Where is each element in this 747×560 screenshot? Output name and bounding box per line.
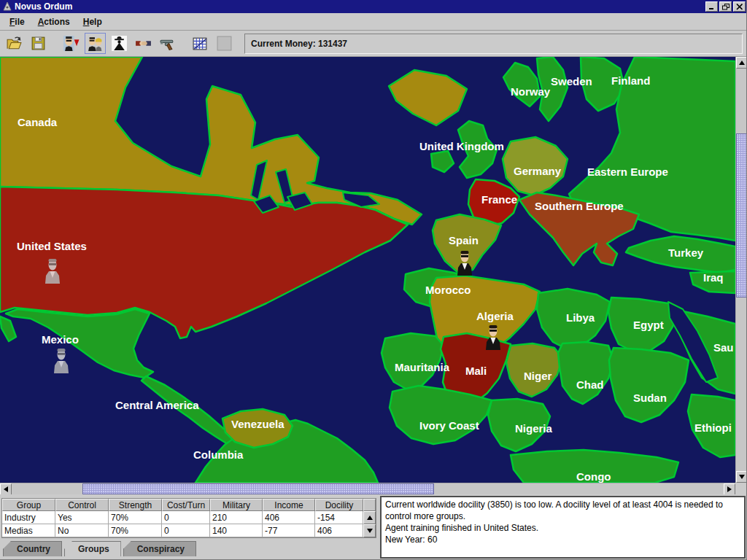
save-icon[interactable]	[28, 34, 48, 53]
map-label-congo: Congo	[576, 470, 611, 483]
column-header-cost-turn[interactable]: Cost/Turn	[162, 499, 210, 511]
column-header-docility[interactable]: Docility	[315, 499, 363, 511]
stats-grid-icon[interactable]	[190, 34, 210, 53]
table-cell-row0[interactable]: Industry	[2, 511, 55, 524]
menu-actions[interactable]: Actions	[31, 15, 77, 29]
map-label-nigeria: Nigeria	[515, 422, 553, 435]
scroll-right-button[interactable]	[724, 483, 735, 495]
tab-groups[interactable]: Groups	[64, 541, 121, 556]
column-header-military[interactable]: Military	[210, 499, 263, 511]
log-line: Agent training finished in United States…	[385, 522, 740, 534]
table-cell-row1[interactable]: 140	[210, 524, 263, 537]
title-bar[interactable]: Novus Ordum	[0, 0, 747, 13]
spy-icon[interactable]	[109, 34, 129, 53]
menu-bar: FileActionsHelp	[0, 13, 747, 31]
groups-panel: GroupControlStrengthCost/TurnMilitaryInc…	[0, 494, 377, 560]
map-label-morocco: Morocco	[425, 284, 471, 296]
map-label-mexico: Mexico	[42, 333, 79, 346]
table-cell-row0[interactable]: -154	[315, 511, 363, 524]
minimize-button[interactable]	[705, 1, 718, 12]
table-cell-row1[interactable]: -77	[263, 524, 315, 537]
table-scrollbar-cap	[363, 499, 376, 511]
table-cell-row1[interactable]: 0	[162, 524, 210, 537]
window-controls	[705, 1, 746, 12]
table-scroll-down-button[interactable]	[363, 524, 376, 537]
scrollbar-corner	[735, 483, 747, 494]
table-cell-row1[interactable]: 70%	[109, 524, 162, 537]
map-horizontal-scrollbar[interactable]	[0, 483, 735, 494]
map-label-norway: Norway	[511, 85, 551, 98]
map-label-algeria: Algeria	[476, 310, 514, 322]
table-cell-row0[interactable]: 70%	[109, 511, 162, 524]
agent-action-icon[interactable]	[61, 34, 81, 53]
map-label-southern-europe: Southern Europe	[535, 200, 624, 212]
map-label-central-america: Central America	[115, 399, 199, 411]
table-cell-row0[interactable]: 406	[263, 511, 315, 524]
map-label-ivory-coast: Ivory Coast	[419, 419, 479, 432]
table-cell-row1[interactable]: Medias	[2, 524, 55, 537]
map-label-canada: Canada	[18, 116, 58, 128]
menu-help[interactable]: Help	[77, 15, 109, 29]
map-label-sudan: Sudan	[633, 392, 667, 404]
app-icon	[2, 1, 12, 12]
table-scroll-up-button[interactable]	[363, 511, 376, 524]
menu-file[interactable]: File	[3, 15, 31, 29]
table-cell-row1[interactable]: No	[55, 524, 109, 537]
scroll-down-button[interactable]	[736, 471, 747, 483]
handshake-icon[interactable]	[133, 34, 153, 53]
restore-button[interactable]	[719, 1, 732, 12]
table-cell-row0[interactable]: Yes	[55, 511, 109, 524]
map-label-niger: Niger	[524, 370, 552, 382]
map-label-united-kingdom: United Kingdom	[419, 140, 504, 152]
groups-table-grid: GroupControlStrengthCost/TurnMilitaryInc…	[2, 499, 363, 537]
world-map[interactable]: CanadaUnited StatesMexicoCentral America…	[0, 57, 735, 483]
map-label-libya: Libya	[566, 311, 595, 324]
vertical-scroll-thumb[interactable]	[736, 133, 747, 298]
toolbar-buttons	[0, 34, 234, 53]
map-label-ethiopia: Ethiopi	[694, 421, 732, 434]
horizontal-scroll-thumb[interactable]	[82, 483, 434, 494]
map-label-chad: Chad	[576, 378, 604, 391]
map-vertical-scrollbar[interactable]	[735, 57, 747, 483]
map-label-eastern-europe: Eastern Europe	[587, 166, 668, 178]
window-title: Novus Ordum	[15, 0, 705, 13]
scroll-left-button[interactable]	[0, 483, 12, 495]
map-label-columbia: Columbia	[193, 448, 244, 461]
tab-country[interactable]: Country	[3, 541, 62, 556]
table-cell-row1[interactable]: 406	[315, 524, 363, 537]
log-line: New Year: 60	[385, 534, 740, 545]
column-header-strength[interactable]: Strength	[109, 499, 162, 511]
log-line: control more groups.	[385, 510, 740, 522]
map-label-turkey: Turkey	[668, 246, 704, 259]
map-label-spain: Spain	[449, 234, 479, 246]
map-label-sweden: Sweden	[551, 75, 592, 88]
map-label-united-states: United States	[17, 240, 87, 252]
column-header-income[interactable]: Income	[263, 499, 315, 511]
open-icon[interactable]	[4, 34, 24, 53]
tab-conspiracy[interactable]: Conspiracy	[123, 541, 196, 556]
close-button[interactable]	[733, 1, 746, 12]
table-cell-row0[interactable]: 210	[210, 511, 263, 524]
agents-icon[interactable]	[85, 34, 105, 53]
map-label-germany: Germany	[514, 165, 562, 177]
map-label-egypt: Egypt	[633, 319, 664, 331]
table-scrollbar	[363, 499, 376, 537]
message-log: Current worldwide docility (3850) is too…	[380, 496, 746, 559]
map-label-finland: Finland	[611, 74, 650, 87]
money-label: Current Money: 131437	[251, 39, 347, 49]
money-display: Current Money: 131437	[244, 34, 743, 54]
bottom-panel: GroupControlStrengthCost/TurnMilitaryInc…	[0, 494, 747, 560]
column-header-group[interactable]: Group	[2, 499, 55, 511]
table-cell-row0[interactable]: 0	[162, 511, 210, 524]
map-label-iraq: Iraq	[703, 271, 724, 284]
map-label-france: France	[481, 193, 517, 206]
gun-icon[interactable]	[158, 34, 177, 53]
scroll-up-button[interactable]	[736, 57, 747, 69]
column-header-control[interactable]: Control	[55, 499, 109, 511]
blank-icon[interactable]	[214, 34, 234, 53]
groups-table: GroupControlStrengthCost/TurnMilitaryInc…	[1, 498, 376, 538]
toolbar: Current Money: 131437	[0, 31, 747, 57]
map-label-mauritania: Mauritania	[395, 361, 450, 373]
application-window: Novus Ordum FileActionsHelp Current Mone…	[0, 0, 747, 560]
map-label-saudi: Sau	[713, 341, 734, 354]
